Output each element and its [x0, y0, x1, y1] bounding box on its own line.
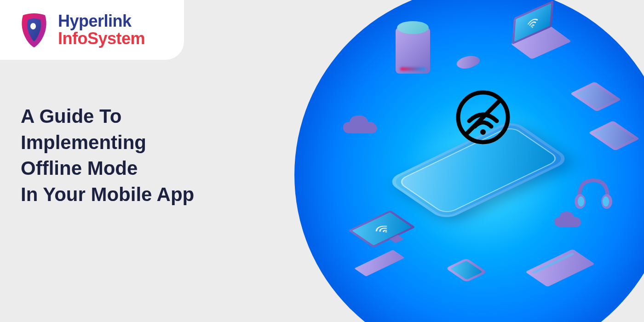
cloud-icon — [552, 209, 584, 230]
logo-line2: InfoSystem — [58, 30, 145, 47]
storage-drive-icon — [588, 121, 639, 150]
smartwatch-icon — [445, 257, 490, 283]
svg-point-8 — [578, 196, 584, 207]
headline-line2: Implementing — [21, 132, 146, 153]
logo-card: Hyperlink InfoSystem — [0, 0, 184, 60]
headline-line1: A Guide To — [21, 105, 121, 127]
svg-point-5 — [385, 231, 387, 232]
svg-point-9 — [603, 196, 609, 207]
laptop-icon — [511, 28, 575, 65]
no-wifi-icon — [455, 90, 511, 145]
smart-speaker-icon — [396, 28, 432, 92]
logo-text: Hyperlink InfoSystem — [58, 12, 145, 47]
mouse-icon — [455, 53, 483, 74]
headline-line3: Offline Mode — [21, 157, 138, 179]
svg-point-0 — [30, 23, 36, 29]
page-title: A Guide To Implementing Offline Mode In … — [21, 104, 194, 208]
hero-illustration — [294, 0, 644, 322]
keyboard-icon — [354, 250, 405, 276]
desktop-monitor-icon — [348, 210, 416, 248]
wifi-icon — [369, 221, 395, 236]
svg-point-4 — [532, 26, 533, 28]
headline-line4: In Your Mobile App — [21, 184, 194, 205]
wifi-icon — [526, 13, 540, 32]
cloud-icon — [340, 113, 382, 138]
svg-point-2 — [480, 129, 486, 135]
storage-drive-icon — [570, 81, 621, 111]
router-icon — [525, 249, 595, 287]
logo-line1: Hyperlink — [58, 12, 145, 30]
headphones-icon — [573, 175, 614, 212]
logo-mark-icon — [18, 12, 50, 48]
